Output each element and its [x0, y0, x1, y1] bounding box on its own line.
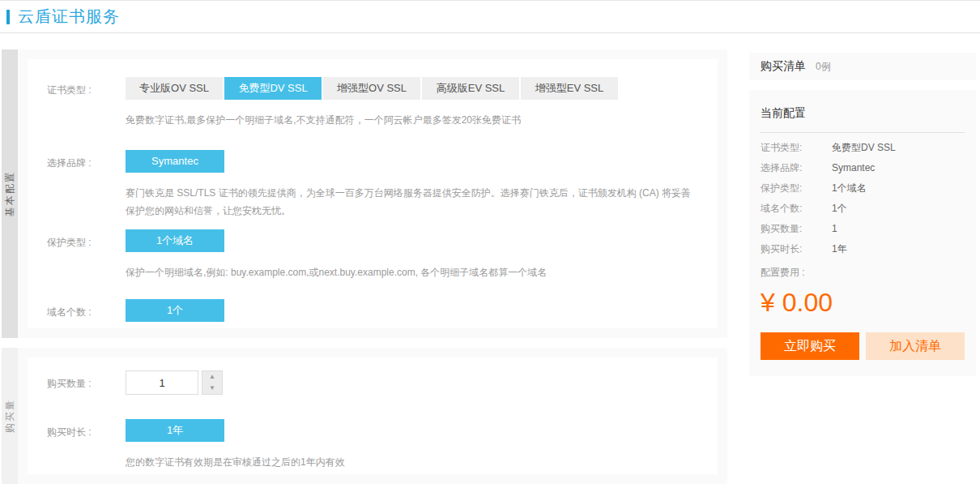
price-total: ¥ 0.00	[761, 288, 965, 318]
config-fee-label: 配置费用 :	[761, 266, 965, 280]
cert-type-label: 证书类型 :	[47, 77, 126, 129]
basic-config-side-strip: 基本配置	[2, 49, 18, 338]
duration-label: 购买时长 :	[47, 419, 126, 471]
brand-row: 选择品牌 : Symantec 赛门铁克是 SSL/TLS 证书的领先提供商，为…	[47, 150, 698, 220]
section-basic-config: 基本配置 证书类型 : 专业版OV SSL 免费型DV SSL 增强型OV SS…	[2, 49, 727, 338]
duration-row: 购买时长 : 1年 您的数字证书有效期是在审核通过之后的1年内有效	[47, 419, 698, 471]
current-config-card: 当前配置 证书类型:免费型DV SSL 选择品牌:Symantec 保护类型:1…	[749, 90, 976, 376]
purchase-side-label: 购买量	[3, 399, 17, 433]
purchase-side-strip: 购买量	[2, 348, 18, 484]
duration-option-one-year[interactable]: 1年	[126, 419, 224, 442]
quantity-input[interactable]	[126, 370, 198, 395]
config-column: 基本配置 证书类型 : 专业版OV SSL 免费型DV SSL 增强型OV SS…	[2, 49, 727, 484]
cert-type-row: 证书类型 : 专业版OV SSL 免费型DV SSL 增强型OV SSL 高级版…	[47, 77, 698, 129]
buy-now-button[interactable]: 立即购买	[761, 332, 859, 360]
cert-type-tab-free-dv[interactable]: 免费型DV SSL	[224, 77, 322, 100]
add-to-cart-button[interactable]: 加入清单	[866, 332, 965, 360]
summary-row-duration: 购买时长:1年	[761, 244, 965, 255]
title-accent-bar	[6, 10, 10, 24]
domain-count-option-one[interactable]: 1个	[126, 299, 224, 322]
cart-count: 0例	[816, 60, 831, 74]
section-purchase: 购买量 购买数量 : ▲ ▼	[2, 348, 727, 484]
page-header: 云盾证书服务	[0, 1, 980, 33]
stepper-up-icon[interactable]: ▲	[202, 371, 222, 383]
domain-count-row: 域名个数 : 1个	[47, 299, 698, 322]
brand-label: 选择品牌 :	[47, 150, 126, 220]
current-config-title: 当前配置	[761, 101, 965, 133]
quantity-stepper: ▲ ▼	[126, 370, 698, 395]
brand-description: 赛门铁克是 SSL/TLS 证书的领先提供商，为全球一百多万台网络服务器提供安全…	[126, 184, 698, 220]
summary-row-domain-count: 域名个数:1个	[761, 203, 965, 214]
quantity-row: 购买数量 : ▲ ▼	[47, 370, 698, 395]
cert-type-description: 免费数字证书,最多保护一个明细子域名,不支持通配符，一个阿云帐户最多签发20张免…	[126, 111, 698, 129]
basic-config-side-label: 基本配置	[3, 171, 17, 216]
cert-type-tabs: 专业版OV SSL 免费型DV SSL 增强型OV SSL 高级版EV SSL …	[126, 77, 698, 100]
summary-row-cert-type: 证书类型:免费型DV SSL	[761, 143, 965, 153]
domain-count-label: 域名个数 :	[47, 299, 126, 322]
cert-type-tab-advanced-ev[interactable]: 高级版EV SSL	[422, 77, 519, 100]
cert-type-tab-professional-ov[interactable]: 专业版OV SSL	[126, 77, 223, 100]
stepper-down-icon[interactable]: ▼	[202, 383, 222, 394]
cert-type-tab-enhanced-ov[interactable]: 增强型OV SSL	[323, 77, 420, 100]
cart-bar: 购买清单 0例	[749, 53, 976, 80]
page-title: 云盾证书服务	[18, 6, 120, 28]
protect-type-label: 保护类型 :	[47, 229, 126, 281]
protect-type-option-one-domain[interactable]: 1个域名	[126, 229, 224, 252]
duration-description: 您的数字证书有效期是在审核通过之后的1年内有效	[126, 453, 698, 471]
main-layout: 基本配置 证书类型 : 专业版OV SSL 免费型DV SSL 增强型OV SS…	[2, 49, 978, 484]
order-summary-column: 购买清单 0例 当前配置 证书类型:免费型DV SSL 选择品牌:Symante…	[749, 53, 976, 376]
cert-type-tab-enhanced-ev[interactable]: 增强型EV SSL	[521, 77, 618, 100]
cart-title: 购买清单	[761, 59, 806, 74]
summary-row-quantity: 购买数量:1	[761, 224, 965, 234]
protect-type-row: 保护类型 : 1个域名 保护一个明细域名,例如: buy.example.com…	[47, 229, 698, 281]
brand-option-symantec[interactable]: Symantec	[126, 150, 224, 173]
summary-row-brand: 选择品牌:Symantec	[761, 163, 965, 173]
quantity-label: 购买数量 :	[47, 370, 126, 395]
protect-type-description: 保护一个明细域名,例如: buy.example.com,或next.buy.e…	[126, 263, 698, 281]
summary-row-protect-type: 保护类型:1个域名	[761, 183, 965, 194]
